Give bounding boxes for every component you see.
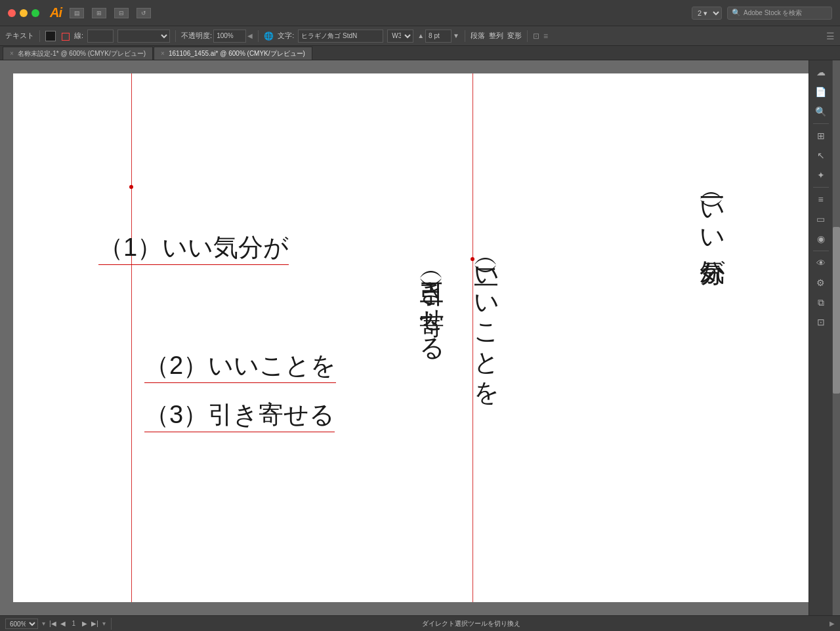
v-text-1[interactable]: （一）いい気分が bbox=[695, 185, 728, 270]
opacity-box: 不透明度: ◀ bbox=[181, 30, 253, 43]
history-icon[interactable]: ↺ bbox=[136, 8, 151, 18]
h-text-1[interactable]: （1）いい気分が bbox=[98, 231, 289, 265]
star-icon[interactable]: ✦ bbox=[812, 166, 830, 184]
font-weight-select[interactable]: W3 bbox=[387, 30, 413, 43]
zoom-arrow-down[interactable]: ▾ bbox=[42, 620, 45, 627]
font-label: 文字: bbox=[278, 31, 294, 41]
status-arrow-right[interactable]: ▶ bbox=[830, 620, 835, 627]
canvas[interactable]: （1）いい気分が （2）いいことを （3）引き寄せる （一）いい気分が bbox=[13, 73, 814, 602]
right-sep-3 bbox=[813, 251, 829, 251]
options-icon[interactable]: ≡ bbox=[543, 31, 548, 41]
cloud-icon[interactable]: ☁ bbox=[812, 63, 830, 81]
nav-next[interactable]: ▶ bbox=[82, 620, 87, 627]
menu-icon[interactable]: ▤ bbox=[70, 8, 84, 18]
font-name-input[interactable] bbox=[298, 30, 383, 43]
search-box[interactable]: 🔍 Adobe Stock を検索 bbox=[727, 7, 832, 20]
opacity-arrow[interactable]: ◀ bbox=[247, 32, 253, 39]
lines-icon[interactable]: ≡ bbox=[812, 190, 830, 209]
version-select[interactable]: 2 ▾ bbox=[692, 7, 722, 20]
main: （1）いい気分が （2）いいことを （3）引き寄せる （一）いい気分が bbox=[0, 60, 840, 615]
file-icon[interactable]: 📄 bbox=[812, 83, 830, 101]
align-label[interactable]: 整列 bbox=[489, 31, 503, 41]
traffic-lights bbox=[8, 9, 39, 17]
canvas-scrollbar[interactable] bbox=[832, 60, 840, 615]
menu-dots[interactable]: ☰ bbox=[826, 31, 835, 41]
rect-icon[interactable]: ▭ bbox=[812, 210, 830, 228]
search-icon: 🔍 bbox=[732, 9, 741, 17]
tab-close-1[interactable]: × bbox=[161, 50, 165, 57]
statusbar: 600% ▾ |◀ ◀ 1 ▶ ▶| ▾ ダイレクト選択ツールを切り換え ▶ bbox=[0, 615, 840, 631]
cursor-icon[interactable]: ↖ bbox=[812, 146, 830, 165]
right-sep-1 bbox=[813, 123, 829, 124]
para-label[interactable]: 段落 bbox=[471, 31, 485, 41]
page-arrow[interactable]: ▾ bbox=[102, 620, 106, 627]
guideline-dot-1 bbox=[129, 185, 133, 189]
tabs: × 名称未設定-1* @ 600% (CMYK/プレビュー) × 161106_… bbox=[0, 46, 840, 60]
nav-next-next[interactable]: ▶| bbox=[91, 620, 98, 627]
font-size-arrow-down: ▼ bbox=[453, 32, 459, 39]
page-num: 1 bbox=[70, 620, 79, 627]
right-sep-2 bbox=[813, 187, 829, 188]
fill-color[interactable] bbox=[45, 31, 56, 41]
artboard-icon[interactable]: ⊡ bbox=[812, 313, 830, 331]
minimize-button[interactable] bbox=[20, 9, 28, 17]
tool-label: テキスト bbox=[5, 31, 34, 41]
layout-icon[interactable]: ⊞ bbox=[92, 8, 106, 18]
grid-icon[interactable]: ⊟ bbox=[114, 8, 129, 18]
tab-label-1: 161106_1455.ai* @ 600% (CMYK/プレビュー) bbox=[169, 49, 305, 58]
h-text-3[interactable]: （3）引き寄せる bbox=[144, 398, 335, 432]
right-panel: ☁ 📄 🔍 ⊞ ↖ ✦ ≡ ▭ ◉ 👁 ⚙ ⧉ ⊡ bbox=[808, 60, 832, 615]
v-text-2[interactable]: （二）いいことを bbox=[469, 251, 503, 392]
circle-icon[interactable]: ◉ bbox=[812, 230, 830, 248]
opacity-input[interactable] bbox=[213, 30, 246, 43]
scrollbar-thumb[interactable] bbox=[833, 227, 840, 394]
canvas-area[interactable]: （1）いい気分が （2）いいことを （3）引き寄せる （一）いい気分が bbox=[0, 60, 840, 615]
eye-icon[interactable]: 👁 bbox=[812, 254, 830, 272]
canvas-content: （1）いい気分が （2）いいことを （3）引き寄せる （一）いい気分が bbox=[13, 73, 814, 602]
globe-icon: 🌐 bbox=[264, 31, 274, 41]
tab-1[interactable]: × 161106_1455.ai* @ 600% (CMYK/プレビュー) bbox=[154, 47, 312, 60]
stroke-label: 線: bbox=[74, 31, 83, 41]
magnify-icon[interactable]: 🔍 bbox=[812, 102, 830, 121]
app-logo: Ai bbox=[50, 5, 62, 20]
titlebar: Ai ▤ ⊞ ⊟ ↺ 2 ▾ 🔍 Adobe Stock を検索 bbox=[0, 0, 840, 26]
stroke-color[interactable] bbox=[60, 31, 70, 41]
panel-toggle-icon[interactable]: ⊡ bbox=[533, 31, 539, 41]
opacity-label: 不透明度: bbox=[181, 31, 212, 41]
tab-close-0[interactable]: × bbox=[10, 50, 14, 57]
grid-icon[interactable]: ⊞ bbox=[812, 127, 830, 145]
maximize-button[interactable] bbox=[32, 9, 39, 17]
transform-label[interactable]: 変形 bbox=[507, 31, 522, 41]
guideline-v1 bbox=[131, 73, 132, 602]
font-size-arrow-up: ▲ bbox=[417, 32, 424, 39]
search-placeholder: Adobe Stock を検索 bbox=[744, 9, 802, 18]
stroke-select[interactable] bbox=[117, 30, 170, 43]
zoom-select[interactable]: 600% bbox=[5, 619, 38, 629]
title-right: 2 ▾ 🔍 Adobe Stock を検索 bbox=[692, 7, 832, 20]
v-text-3[interactable]: （三）引き寄せる bbox=[415, 264, 448, 348]
h-text-2[interactable]: （2）いいことを bbox=[144, 349, 336, 383]
gear-icon[interactable]: ⚙ bbox=[812, 274, 830, 292]
toolbar: テキスト 線: 不透明度: ◀ 🌐 文字: W3 ▲ ▼ 段落 整列 変形 ⊡ … bbox=[0, 26, 840, 46]
font-size-input[interactable] bbox=[425, 30, 452, 43]
tab-0[interactable]: × 名称未設定-1* @ 600% (CMYK/プレビュー) bbox=[3, 47, 153, 60]
close-button[interactable] bbox=[8, 9, 16, 17]
nav-prev-prev[interactable]: |◀ bbox=[49, 620, 56, 627]
tab-label-0: 名称未設定-1* @ 600% (CMYK/プレビュー) bbox=[18, 49, 146, 58]
stroke-input[interactable] bbox=[87, 30, 114, 43]
status-text: ダイレクト選択ツールを切り換え bbox=[117, 619, 826, 628]
nav-prev[interactable]: ◀ bbox=[60, 620, 66, 627]
layers-icon[interactable]: ⧉ bbox=[812, 293, 830, 312]
